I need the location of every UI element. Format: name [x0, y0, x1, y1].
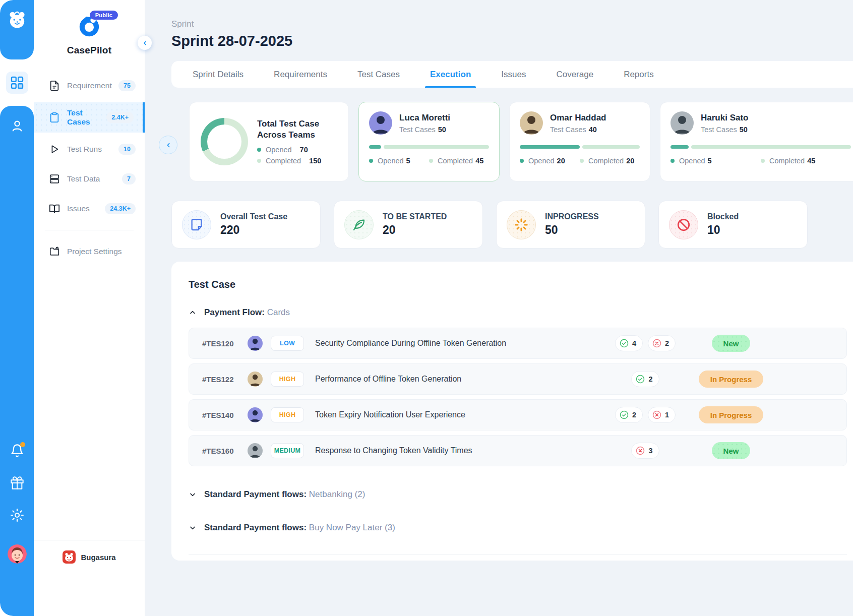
visibility-badge: Public	[90, 11, 118, 20]
tab-label: Execution	[430, 70, 471, 80]
divider	[45, 230, 134, 230]
stat-label: Overall Test Case	[220, 212, 287, 221]
sidebar-item-requirement[interactable]: Requirement 75	[34, 73, 145, 99]
member-card-haruki[interactable]: Haruki Sato Test Cases50 Opened5 Complet…	[660, 102, 853, 181]
member-progress-bar	[369, 145, 489, 149]
sidebar-item-label: Project Settings	[67, 247, 136, 256]
sidebar-footer[interactable]: Bugasura	[34, 540, 145, 616]
sidebar-item-label: Requirement	[67, 81, 118, 90]
stat-blocked: Blocked 10	[658, 201, 808, 249]
opened-dot	[369, 159, 373, 163]
stat-value: 20	[383, 223, 447, 237]
gift-icon[interactable]	[10, 476, 24, 490]
member-name: Luca Moretti	[399, 113, 450, 123]
tab-bar: Sprint Details Requirements Test Cases E…	[171, 61, 853, 88]
priority-badge: LOW	[271, 336, 304, 351]
status-badge: In Progress	[699, 371, 764, 388]
count-badge: 75	[118, 80, 136, 91]
app-window: Public CasePilot Requirement 75	[0, 0, 853, 616]
sidebar-item-test-data[interactable]: Test Data 7	[34, 166, 145, 192]
passed-badge: 2	[615, 407, 643, 423]
user-avatar[interactable]	[8, 544, 27, 564]
dashboard-grid-icon[interactable]	[6, 72, 28, 94]
priority-badge: HIGH	[271, 407, 304, 422]
group-payment-flow-cards[interactable]: Payment Flow: Cards	[189, 307, 853, 318]
member-card-omar[interactable]: Omar Haddad Test Cases40 Opened20 Comple…	[509, 102, 650, 181]
chevron-up-icon	[189, 309, 197, 317]
completed-dot	[257, 159, 261, 163]
sidebar-item-issues[interactable]: Issues 24.3K+	[34, 196, 145, 222]
stat-label: TO BE STARTED	[383, 212, 447, 221]
sidebar-item-label: Issues	[67, 204, 105, 213]
leaf-icon	[344, 210, 374, 239]
status-badge: New	[712, 335, 751, 352]
group-buy-now-pay-later[interactable]: Standard Payment flows: Buy Now Pay Late…	[189, 523, 853, 533]
sidebar-collapse-button[interactable]	[138, 36, 152, 50]
priority-badge: HIGH	[271, 372, 304, 387]
folder-gear-icon	[49, 246, 60, 257]
test-case-row-tes120[interactable]: #TES120 LOW Security Compliance During O…	[189, 328, 847, 359]
mascot-icon[interactable]	[7, 10, 27, 30]
team-summary-row: Total Test Case Across Teams Opened 70 C…	[189, 102, 853, 181]
book-open-icon	[49, 203, 60, 214]
member-avatar	[369, 111, 392, 135]
test-case-rows: #TES120 LOW Security Compliance During O…	[189, 328, 853, 466]
tab-requirements[interactable]: Requirements	[259, 61, 342, 88]
test-case-id: #TES160	[202, 447, 239, 455]
test-case-id: #TES122	[202, 375, 239, 384]
tab-sprint-details[interactable]: Sprint Details	[177, 61, 259, 88]
divider	[189, 554, 847, 555]
group-netbanking[interactable]: Standard Payment flows: Netbanking (2)	[189, 489, 853, 500]
status-cell: New	[693, 442, 769, 459]
tab-label: Coverage	[556, 70, 593, 80]
test-case-row-tes122[interactable]: #TES122 HIGH Performance of Offline Toke…	[189, 363, 847, 395]
status-badge: In Progress	[699, 406, 764, 423]
completed-dot	[761, 159, 765, 163]
app-logo: Public CasePilot	[56, 15, 122, 56]
stat-to-be-started: TO BE STARTED 20	[334, 201, 483, 249]
status-cell: New	[693, 335, 769, 352]
tab-issues[interactable]: Issues	[486, 61, 541, 88]
member-card-luca[interactable]: Luca Moretti Test Cases50 Opened5 Comple…	[358, 102, 500, 181]
sidebar-item-label: Test Runs	[67, 145, 118, 154]
status-cell: In Progress	[693, 371, 769, 388]
count-badge: 24.3K+	[105, 203, 136, 214]
result-badges: 2	[597, 371, 693, 387]
sidebar-nav: Requirement 75 Test Cases 2.4K+ Test Run…	[34, 69, 145, 268]
test-case-row-tes140[interactable]: #TES140 HIGH Token Expiry Notification U…	[189, 399, 847, 430]
stat-value: 10	[707, 223, 739, 237]
page-eyebrow: Sprint	[171, 0, 853, 29]
clipboard-icon	[49, 112, 60, 123]
icon-rail	[0, 0, 34, 616]
tab-execution[interactable]: Execution	[415, 61, 486, 88]
sidebar-item-test-cases[interactable]: Test Cases 2.4K+	[34, 102, 145, 133]
stat-value: 50	[545, 223, 599, 237]
assignee-avatar	[248, 372, 263, 387]
settings-gear-icon[interactable]	[10, 508, 24, 522]
test-case-panel: Test Case Payment Flow: Cards #TES120 LO…	[171, 262, 853, 561]
count-badge: 7	[122, 173, 136, 184]
test-case-title: Token Expiry Notification User Experienc…	[315, 410, 597, 419]
passed-badge: 4	[615, 335, 643, 351]
chevron-down-icon	[189, 490, 197, 499]
app-name: CasePilot	[56, 45, 122, 56]
chevron-down-icon	[189, 524, 197, 532]
test-case-row-tes160[interactable]: #TES160 MEDIUM Response to Changing Toke…	[189, 435, 847, 466]
sidebar-item-test-runs[interactable]: Test Runs 10	[34, 136, 145, 162]
test-case-title: Security Compliance During Offline Token…	[315, 339, 597, 348]
result-badges: 2 1	[597, 407, 693, 423]
status-badge: New	[712, 442, 751, 459]
opened-dot	[257, 148, 261, 152]
member-avatar	[671, 111, 694, 135]
profile-icon[interactable]	[10, 119, 24, 133]
tab-reports[interactable]: Reports	[608, 61, 669, 88]
tab-coverage[interactable]: Coverage	[541, 61, 608, 88]
failed-badge: 3	[631, 443, 659, 459]
server-icon	[49, 173, 60, 184]
member-name: Omar Haddad	[550, 113, 606, 123]
tab-test-cases[interactable]: Test Cases	[342, 61, 415, 88]
passed-badge: 2	[631, 371, 659, 387]
panel-back-button[interactable]	[159, 136, 177, 154]
notifications-bell-icon[interactable]	[10, 444, 24, 458]
sidebar-item-project-settings[interactable]: Project Settings	[34, 238, 145, 265]
